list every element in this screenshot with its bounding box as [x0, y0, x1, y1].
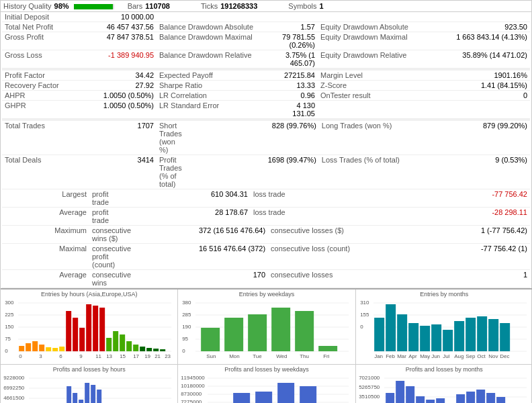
loss-trades-label: Loss Trades (% of total)	[319, 155, 413, 189]
max-consec-wins-value: 372 (16 516 476.64)	[134, 226, 268, 243]
main-container: History Quality 98% Bars 110708 Ticks 19…	[0, 0, 532, 403]
initial-deposit-value: 10 000.00	[89, 12, 157, 21]
pnl-hours-svg: 9228000 6992250 4661500 2330750 0	[2, 373, 176, 403]
loss-trades-value: 9 (0.53%)	[413, 155, 530, 189]
svg-text:300: 300	[5, 300, 14, 306]
equity-drawdown-abs-label: Equity Drawdown Absolute	[318, 22, 439, 32]
svg-text:0: 0	[182, 348, 185, 354]
equity-drawdown-rel-value: 35.89% (14 471.02)	[439, 50, 530, 68]
pnl-months-chart: Profits and losses by months 7021000 526…	[356, 365, 532, 403]
balance-drawdown-max-value: 79 781.55 (0.26%)	[277, 32, 318, 50]
svg-text:0: 0	[5, 348, 8, 354]
on-tester-label: OnTester result	[318, 91, 439, 100]
svg-rect-180	[476, 390, 485, 403]
svg-text:Apr: Apr	[408, 353, 417, 359]
lr-std-error-label: LR Standard Error	[157, 101, 277, 118]
sharpe-ratio-value: 13.33	[277, 81, 318, 90]
entries-months-svg: 310 155 0 Jan	[357, 298, 531, 361]
svg-rect-55	[248, 314, 267, 351]
svg-text:Jan: Jan	[374, 353, 383, 359]
long-trades-label: Long Trades (won %)	[319, 121, 413, 154]
svg-text:11: 11	[95, 353, 101, 359]
svg-text:285: 285	[182, 312, 191, 318]
svg-rect-175	[426, 400, 435, 403]
entries-hours-title: Entries by hours (Asia,Europe,USA)	[2, 291, 176, 298]
svg-rect-20	[86, 304, 91, 351]
svg-rect-81	[466, 318, 476, 351]
svg-text:23: 23	[165, 353, 171, 359]
svg-text:3: 3	[39, 353, 42, 359]
symbols-label: Symbols	[288, 2, 316, 10]
svg-rect-79	[443, 330, 453, 351]
header-row: History Quality 98% Bars 110708 Ticks 19…	[1, 1, 531, 12]
maximal-consec-loss-value: -77 756.42 (1)	[362, 244, 530, 269]
svg-rect-56	[271, 308, 290, 351]
bars-label: Bars	[128, 2, 143, 10]
svg-rect-84	[500, 323, 510, 351]
svg-text:7275000: 7275000	[181, 399, 202, 403]
svg-text:May: May	[420, 353, 430, 359]
quality-value: 98%	[54, 2, 117, 10]
svg-text:Tue: Tue	[253, 353, 262, 359]
entries-months-chart: Entries by months 310 155 0	[356, 289, 532, 364]
svg-rect-173	[406, 386, 414, 403]
short-trades-label: Short Trades (won %)	[157, 121, 185, 154]
charts-bottom-row: Profits and losses by hours 9228000 6992…	[1, 364, 532, 403]
on-tester-value: 0	[439, 91, 530, 100]
total-net-profit-value: 46 457 437.56	[89, 22, 157, 32]
total-deals-value: 3414	[89, 155, 157, 189]
svg-text:0: 0	[360, 324, 363, 330]
average-profit-value: 28 178.67	[116, 208, 251, 225]
svg-rect-22	[99, 308, 105, 351]
pnl-weekdays-chart: Profits and losses by weekdays 11945000 …	[178, 365, 355, 403]
initial-deposit-label: Initial Deposit	[2, 12, 89, 21]
svg-text:75: 75	[5, 336, 11, 342]
largest-loss-value: -77 756.42	[345, 189, 530, 207]
svg-text:0: 0	[19, 353, 22, 359]
ticks-label: Ticks	[201, 2, 218, 10]
entries-months-title: Entries by months	[357, 291, 531, 298]
svg-rect-17	[66, 311, 71, 351]
gross-profit-label: Gross Profit	[2, 32, 89, 50]
ticks-value: 191268333	[220, 2, 257, 10]
total-net-profit-label: Total Net Profit	[2, 22, 89, 32]
svg-rect-181	[486, 393, 495, 403]
pnl-months-svg: 7021000 5265750 3510500 1755250 0	[357, 373, 531, 403]
svg-text:310: 310	[360, 300, 369, 306]
svg-rect-16	[59, 347, 64, 351]
gross-profit-value: 47 847 378.51	[89, 32, 157, 50]
svg-rect-15	[52, 348, 58, 351]
svg-text:19: 19	[144, 353, 150, 359]
pnl-months-title: Profits and losses by months	[357, 366, 531, 373]
pnl-weekdays-svg: 11945000 10180000 8730000 7275000 582000…	[179, 373, 353, 403]
sharpe-ratio-label: Sharpe Ratio	[157, 81, 277, 90]
entries-weekdays-chart: Entries by weekdays 380 285 190 95 0	[178, 289, 355, 364]
svg-text:5265750: 5265750	[359, 384, 380, 390]
svg-rect-153	[300, 386, 316, 403]
svg-text:Oct: Oct	[477, 353, 486, 359]
entries-weekdays-title: Entries by weekdays	[179, 291, 353, 298]
svg-rect-76	[408, 323, 418, 351]
svg-text:21: 21	[154, 353, 161, 359]
pnl-hours-title: Profits and losses by hours	[2, 366, 176, 373]
svg-rect-171	[386, 393, 394, 403]
total-deals-label: Total Deals	[2, 155, 89, 189]
average-loss-value: -28 298.11	[345, 208, 530, 225]
average-consec-losses-value: 1	[362, 270, 530, 287]
maximal-consec-profit-value: 16 516 476.64 (372)	[134, 244, 268, 269]
svg-rect-83	[488, 319, 498, 351]
balance-drawdown-max-label: Balance Drawdown Maximal	[157, 32, 277, 50]
svg-text:Fri: Fri	[323, 353, 330, 359]
svg-rect-57	[295, 311, 314, 351]
equity-drawdown-rel-label: Equity Drawdown Relative	[318, 50, 439, 68]
bars-value: 110708	[145, 2, 170, 10]
svg-rect-11	[26, 343, 31, 351]
svg-rect-151	[255, 392, 272, 403]
svg-rect-30	[153, 349, 159, 351]
svg-text:155: 155	[360, 312, 369, 318]
svg-rect-29	[146, 348, 152, 351]
max-consec-losses-value: 1 (-77 756.42)	[362, 226, 530, 243]
svg-text:380: 380	[182, 300, 191, 306]
svg-rect-182	[496, 397, 505, 403]
svg-text:15: 15	[120, 353, 126, 359]
